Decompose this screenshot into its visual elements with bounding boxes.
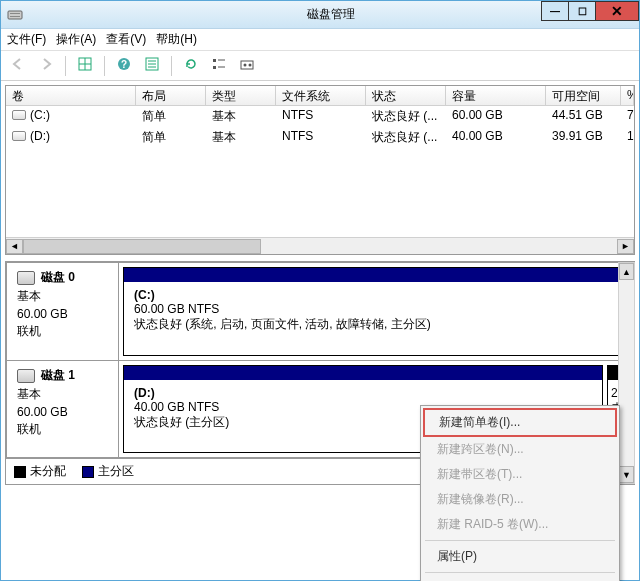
settings-icon xyxy=(239,56,255,75)
vol-layout: 简单 xyxy=(136,106,206,127)
toolbar-divider xyxy=(171,56,172,76)
scroll-thumb[interactable] xyxy=(23,239,261,254)
partition-primary[interactable]: (C:)60.00 GB NTFS状态良好 (系统, 启动, 页面文件, 活动,… xyxy=(123,267,629,356)
vol-status: 状态良好 (... xyxy=(366,106,446,127)
col-status[interactable]: 状态 xyxy=(366,86,446,105)
svg-point-17 xyxy=(244,64,247,67)
refresh-icon xyxy=(183,56,199,75)
forward-icon xyxy=(38,56,54,75)
volume-row[interactable]: (C:)简单基本NTFS状态良好 (...60.00 GB44.51 GB74 xyxy=(6,106,634,127)
v-scroll-track[interactable] xyxy=(619,280,634,466)
vol-name: (C:) xyxy=(30,108,50,122)
menu-file[interactable]: 文件(F) xyxy=(7,31,46,48)
scroll-left-button[interactable]: ◄ xyxy=(6,239,23,254)
col-capacity[interactable]: 容量 xyxy=(446,86,546,105)
list-icon xyxy=(211,56,227,75)
legend-primary: 主分区 xyxy=(82,463,134,480)
partition-color-bar xyxy=(124,268,628,282)
volume-row[interactable]: (D:)简单基本NTFS状态良好 (...40.00 GB39.91 GB10 xyxy=(6,127,634,148)
vol-free: 39.91 GB xyxy=(546,127,621,148)
vol-layout: 简单 xyxy=(136,127,206,148)
menu-help[interactable]: 帮助(H) xyxy=(156,31,197,48)
svg-text:?: ? xyxy=(121,59,127,70)
svg-rect-0 xyxy=(8,11,22,19)
disk-row: 磁盘 0基本60.00 GB联机(C:)60.00 GB NTFS状态良好 (系… xyxy=(6,262,634,360)
disk-label: 磁盘 1 xyxy=(41,367,75,384)
window-controls: — ☐ ✕ xyxy=(542,1,639,21)
maximize-button[interactable]: ☐ xyxy=(568,1,596,21)
context-menu-separator xyxy=(425,572,615,573)
list-button[interactable] xyxy=(208,55,230,77)
col-free[interactable]: 可用空间 xyxy=(546,86,621,105)
context-menu-separator xyxy=(425,540,615,541)
toolbar: ? xyxy=(1,51,639,81)
disk-label-panel[interactable]: 磁盘 0基本60.00 GB联机 xyxy=(7,263,119,360)
vol-free: 44.51 GB xyxy=(546,106,621,127)
title-bar: 磁盘管理 — ☐ ✕ xyxy=(1,1,639,29)
legend-unalloc-label: 未分配 xyxy=(30,464,66,478)
menu-bar: 文件(F) 操作(A) 查看(V) 帮助(H) xyxy=(1,29,639,51)
v-scrollbar[interactable]: ▲ ▼ xyxy=(618,262,635,484)
settings-button[interactable] xyxy=(236,55,258,77)
legend-primary-label: 主分区 xyxy=(98,464,134,478)
disk-size: 60.00 GB xyxy=(17,405,108,419)
col-pct[interactable]: % xyxy=(621,86,634,105)
disk-state: 联机 xyxy=(17,323,108,340)
close-button[interactable]: ✕ xyxy=(595,1,639,21)
app-icon xyxy=(7,7,23,23)
disk-kind: 基本 xyxy=(17,288,108,305)
volume-body: (C:)简单基本NTFS状态良好 (...60.00 GB44.51 GB74(… xyxy=(6,106,634,237)
menu-view[interactable]: 查看(V) xyxy=(106,31,146,48)
vol-type: 基本 xyxy=(206,127,276,148)
partition-color-bar xyxy=(124,366,602,380)
scroll-right-button[interactable]: ► xyxy=(617,239,634,254)
minimize-button[interactable]: — xyxy=(541,1,569,21)
help-button[interactable]: ? xyxy=(113,55,135,77)
col-type[interactable]: 类型 xyxy=(206,86,276,105)
scroll-track[interactable] xyxy=(23,239,617,254)
context-menu-item[interactable]: 属性(P) xyxy=(423,544,617,569)
context-menu: 新建简单卷(I)...新建跨区卷(N)...新建带区卷(T)...新建镜像卷(R… xyxy=(420,405,620,581)
disk-kind: 基本 xyxy=(17,386,108,403)
drive-icon xyxy=(12,131,26,141)
refresh-button[interactable] xyxy=(180,55,202,77)
context-menu-item: 新建跨区卷(N)... xyxy=(423,437,617,462)
hdd-icon xyxy=(17,271,35,285)
svg-rect-1 xyxy=(10,13,20,14)
col-filesystem[interactable]: 文件系统 xyxy=(276,86,366,105)
svg-rect-2 xyxy=(10,16,20,17)
svg-rect-12 xyxy=(213,59,216,62)
volume-list: 卷 布局 类型 文件系统 状态 容量 可用空间 % (C:)简单基本NTFS状态… xyxy=(5,85,635,255)
col-volume[interactable]: 卷 xyxy=(6,86,136,105)
vol-fs: NTFS xyxy=(276,127,366,148)
partition-name: (C:) xyxy=(134,288,618,302)
partition-status: 状态良好 (系统, 启动, 页面文件, 活动, 故障转储, 主分区) xyxy=(134,316,618,333)
scroll-up-button[interactable]: ▲ xyxy=(619,263,634,280)
disk-label-panel[interactable]: 磁盘 1基本60.00 GB联机 xyxy=(7,361,119,457)
props-button[interactable] xyxy=(141,55,163,77)
vol-name: (D:) xyxy=(30,129,50,143)
vol-pct: 74 xyxy=(621,106,634,127)
help-icon: ? xyxy=(116,56,132,75)
back-icon xyxy=(10,56,26,75)
forward-button[interactable] xyxy=(35,55,57,77)
disk-label: 磁盘 0 xyxy=(41,269,75,286)
vol-capacity: 40.00 GB xyxy=(446,127,546,148)
partition-name: (D:) xyxy=(134,386,592,400)
h-scrollbar[interactable]: ◄ ► xyxy=(6,237,634,254)
back-button[interactable] xyxy=(7,55,29,77)
grid-button[interactable] xyxy=(74,55,96,77)
context-menu-item[interactable]: 新建简单卷(I)... xyxy=(423,408,617,437)
vol-pct: 10 xyxy=(621,127,634,148)
volume-header-row: 卷 布局 类型 文件系统 状态 容量 可用空间 % xyxy=(6,86,634,106)
context-menu-item: 新建镜像卷(R)... xyxy=(423,487,617,512)
context-menu-item[interactable]: 帮助(H) xyxy=(423,576,617,581)
menu-action[interactable]: 操作(A) xyxy=(56,31,96,48)
drive-icon xyxy=(12,110,26,120)
scroll-down-button[interactable]: ▼ xyxy=(619,466,634,483)
col-layout[interactable]: 布局 xyxy=(136,86,206,105)
vol-type: 基本 xyxy=(206,106,276,127)
legend-unalloc: 未分配 xyxy=(14,463,66,480)
svg-rect-13 xyxy=(213,66,216,69)
disk-state: 联机 xyxy=(17,421,108,438)
